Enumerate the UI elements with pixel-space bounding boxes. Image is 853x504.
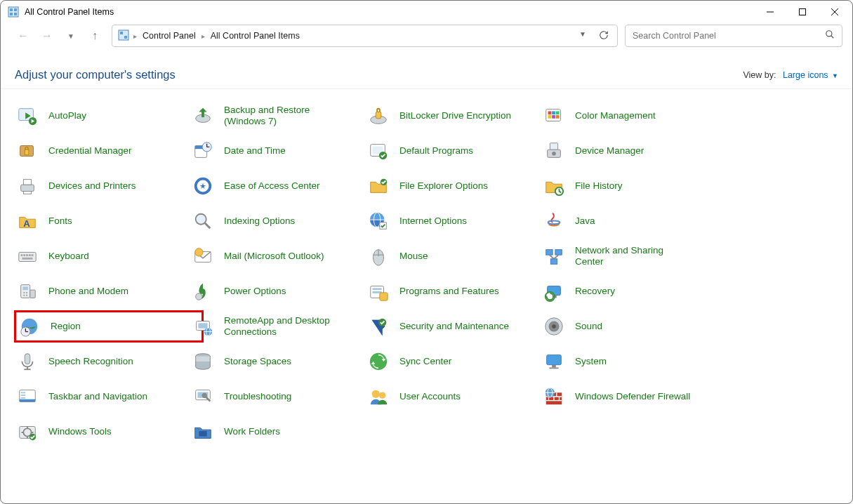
forward-button[interactable]: → — [41, 29, 53, 42]
cp-item-label: Sound — [575, 321, 602, 332]
cp-item-programs-and-features[interactable]: Programs and Features — [367, 280, 543, 303]
cp-item-label: AutoPlay — [48, 110, 86, 121]
chevron-right-icon[interactable]: ▸ — [132, 32, 138, 40]
cp-item-internet-options[interactable]: Internet Options — [367, 210, 543, 232]
cp-item-power-options[interactable]: Power Options — [192, 280, 367, 303]
cp-item-label: File History — [575, 180, 623, 192]
cp-item-mouse[interactable]: Mouse — [367, 245, 543, 267]
breadcrumb-root[interactable]: Control Panel — [138, 31, 200, 41]
cp-item-windows-tools[interactable]: Windows Tools — [16, 420, 192, 443]
recent-locations-button[interactable]: ▼ — [65, 32, 77, 40]
speech-icon — [16, 350, 39, 373]
cp-item-color-management[interactable]: Color Management — [543, 105, 718, 127]
search-icon[interactable] — [825, 29, 835, 42]
cp-item-label: BitLocker Drive Encryption — [399, 110, 511, 121]
cp-item-work-folders[interactable]: Work Folders — [192, 420, 367, 443]
cp-item-label: Taskbar and Navigation — [48, 391, 147, 402]
back-button[interactable]: ← — [18, 29, 29, 42]
cp-item-speech-recognition[interactable]: Speech Recognition — [16, 350, 192, 373]
sound-icon — [543, 315, 565, 338]
mail-icon — [192, 245, 214, 267]
cp-item-fonts[interactable]: Fonts — [16, 210, 192, 232]
cp-item-file-history[interactable]: File History — [543, 175, 718, 197]
cp-item-recovery[interactable]: Recovery — [543, 280, 718, 303]
cp-item-devices-and-printers[interactable]: Devices and Printers — [16, 175, 192, 197]
cp-item-label: Windows Defender Firewall — [575, 391, 690, 402]
cp-item-label: Keyboard — [48, 251, 89, 262]
cp-item-label: User Accounts — [399, 391, 461, 402]
cp-item-file-explorer-options[interactable]: File Explorer Options — [367, 175, 543, 197]
search-box[interactable] — [625, 25, 842, 47]
storage-icon — [192, 350, 214, 373]
cp-item-troubleshooting[interactable]: Troubleshooting — [192, 385, 367, 408]
cp-item-label: Recovery — [575, 286, 615, 297]
chevron-right-icon[interactable]: ▸ — [200, 32, 206, 40]
svg-rect-4 — [14, 13, 17, 15]
page-title: Adjust your computer's settings — [15, 68, 176, 81]
cp-item-label: Color Management — [575, 110, 656, 121]
svg-line-13 — [831, 36, 834, 39]
cp-item-label: Work Folders — [224, 426, 280, 437]
cp-item-sync-center[interactable]: Sync Center — [367, 350, 543, 373]
troubleshoot-icon — [192, 385, 214, 408]
cp-item-label: Backup and Restore (Windows 7) — [224, 105, 343, 127]
search-input[interactable] — [633, 31, 825, 41]
cp-item-network-and-sharing-center[interactable]: Network and Sharing Center — [543, 245, 718, 267]
color-icon — [543, 105, 565, 127]
cp-item-phone-and-modem[interactable]: Phone and Modem — [16, 280, 192, 303]
defaults-icon — [367, 140, 390, 162]
cp-item-label: Region — [51, 321, 81, 332]
address-bar[interactable]: ▸ Control Panel ▸ All Control Panel Item… — [112, 25, 618, 47]
cp-item-storage-spaces[interactable]: Storage Spaces — [192, 350, 367, 373]
minimize-button[interactable] — [754, 1, 786, 23]
system-icon — [543, 350, 565, 373]
cp-item-default-programs[interactable]: Default Programs — [367, 140, 543, 162]
cp-item-credential-manager[interactable]: Credential Manager — [16, 140, 192, 162]
breadcrumb-leaf[interactable]: All Control Panel Items — [206, 31, 304, 41]
sync-icon — [367, 350, 390, 373]
region-icon — [18, 315, 41, 338]
cp-item-region[interactable]: Region — [14, 310, 204, 343]
cp-item-sound[interactable]: Sound — [543, 315, 718, 338]
cp-item-label: Date and Time — [224, 145, 286, 157]
cp-item-date-and-time[interactable]: Date and Time — [192, 140, 367, 162]
cp-item-indexing-options[interactable]: Indexing Options — [192, 210, 367, 232]
credential-icon — [16, 140, 39, 162]
cp-item-bitlocker-drive-encryption[interactable]: BitLocker Drive Encryption — [367, 105, 543, 127]
cp-item-system[interactable]: System — [543, 350, 718, 373]
cp-item-label: Java — [575, 215, 595, 227]
cp-item-keyboard[interactable]: Keyboard — [16, 245, 192, 267]
svg-rect-11 — [124, 36, 127, 39]
cp-item-autoplay[interactable]: AutoPlay — [16, 105, 192, 127]
svg-rect-10 — [120, 32, 123, 34]
cp-item-remoteapp-and-desktop-connections[interactable]: RemoteApp and Desktop Connections — [192, 315, 367, 338]
items-grid: AutoPlayBackup and Restore (Windows 7)Bi… — [1, 89, 852, 443]
cp-item-label: Mail (Microsoft Outlook) — [224, 251, 324, 262]
cp-item-user-accounts[interactable]: User Accounts — [367, 385, 543, 408]
cp-item-device-manager[interactable]: Device Manager — [543, 140, 718, 162]
cp-item-taskbar-and-navigation[interactable]: Taskbar and Navigation — [16, 385, 192, 408]
cp-item-label: Mouse — [399, 251, 428, 262]
maximize-button[interactable] — [786, 1, 819, 23]
network-icon — [543, 245, 565, 267]
refresh-icon[interactable] — [599, 30, 609, 42]
cp-item-label: File Explorer Options — [399, 180, 488, 192]
cp-item-windows-defender-firewall[interactable]: Windows Defender Firewall — [543, 385, 718, 408]
cp-item-label: System — [575, 356, 607, 367]
close-button[interactable] — [819, 1, 851, 23]
svg-rect-1 — [10, 8, 13, 11]
cp-item-security-and-maintenance[interactable]: Security and Maintenance — [367, 315, 543, 338]
cp-item-java[interactable]: Java — [543, 210, 718, 232]
cp-item-label: Credential Manager — [48, 145, 132, 157]
chevron-down-icon: ▼ — [832, 72, 838, 79]
chevron-down-icon[interactable]: ▼ — [579, 30, 586, 42]
cp-item-backup-and-restore-windows-7[interactable]: Backup and Restore (Windows 7) — [192, 105, 367, 127]
viewby-dropdown[interactable]: Large icons ▼ — [783, 70, 838, 80]
cp-item-ease-of-access-center[interactable]: Ease of Access Center — [192, 175, 367, 197]
cp-item-mail-microsoft-outlook[interactable]: Mail (Microsoft Outlook) — [192, 245, 367, 267]
bitlocker-icon — [367, 105, 390, 127]
taskbar-icon — [16, 385, 39, 408]
up-button[interactable]: ↑ — [89, 29, 100, 42]
indexing-icon — [192, 210, 214, 232]
backup-icon — [192, 105, 214, 127]
